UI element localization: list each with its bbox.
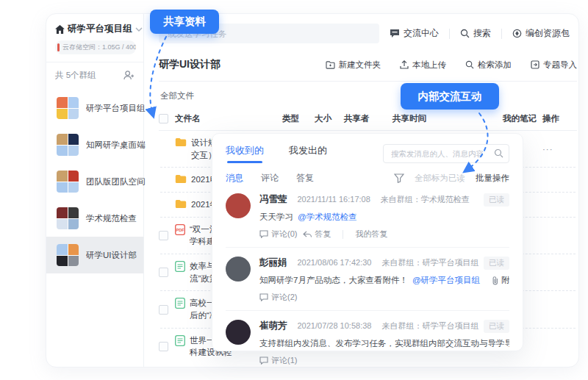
group-name: 研学UI设计部 <box>86 250 137 261</box>
group-avatar <box>57 207 79 229</box>
message-search-input[interactable] <box>383 144 509 163</box>
group-avatar <box>57 134 79 156</box>
folder-icon <box>175 199 187 209</box>
new-folder-button[interactable]: 新建文件夹 <box>326 60 381 71</box>
retrieve-add-button[interactable]: 检索添加 <box>465 60 512 71</box>
sidebar-group-academic-check[interactable]: 学术规范检查 <box>46 200 143 237</box>
group-name: 知网研学桌面端 <box>86 140 146 151</box>
avatar <box>226 257 251 282</box>
search-icon[interactable] <box>494 148 503 158</box>
folder-icon <box>175 137 187 147</box>
group-name: 研学平台项目组 <box>86 103 146 114</box>
group-list: 研学平台项目组 知网研学桌面端 团队版团队空间 <box>46 90 143 273</box>
storage-progress <box>57 43 60 51</box>
all-files-filter[interactable]: 全部文件 <box>160 90 577 101</box>
divider <box>159 81 577 82</box>
avatar <box>226 193 251 218</box>
topic-import-label: 专题导入 <box>543 60 577 71</box>
reply-button[interactable]: 答复 <box>303 229 331 240</box>
paperclip-icon <box>492 276 499 285</box>
search-add-icon <box>465 60 474 69</box>
row-checkbox[interactable] <box>159 231 168 240</box>
upload-icon <box>400 60 409 69</box>
message-item[interactable]: 崔萌芳 2021/07/28 10:58:38 来自群组：研学平台项目组 支持群… <box>226 311 509 373</box>
workspace-title: 研学平台项目组 <box>68 23 132 35</box>
comment-button[interactable]: 评论(1) <box>259 355 297 366</box>
message-source: 来自群组：研学平台项目组 <box>381 320 478 331</box>
sidebar-group-ui-design[interactable]: 研学UI设计部 <box>46 237 143 273</box>
message-item[interactable]: 彭丽娟 2021/08/06 17:42:30 来自群组：研学平台项目组 知网研… <box>226 248 509 311</box>
my-replies-button[interactable]: 我的答复 <box>355 229 387 240</box>
row-more-button[interactable]: ··· <box>542 145 569 154</box>
subtab-reply[interactable]: 答复 <box>296 172 314 184</box>
svg-text:PDF: PDF <box>176 228 184 232</box>
message-time: 2021/08/06 17:42:30 <box>298 258 372 267</box>
folder-icon <box>175 174 187 184</box>
row-checkbox[interactable] <box>159 342 168 351</box>
reply-icon <box>303 231 312 238</box>
tab-sent[interactable]: 我发出的 <box>289 144 327 163</box>
filter-icon[interactable] <box>394 173 404 183</box>
storage-quota: 云存储空间：1.05G / 400G <box>55 40 136 54</box>
message-center-panel: 我收到的 我发出的 消息 评论 答复 全部标为已读 批量操作 <box>212 133 523 351</box>
comment-icon <box>259 293 268 301</box>
add-member-icon[interactable] <box>123 71 135 80</box>
divider <box>343 230 343 239</box>
select-all-checkbox[interactable] <box>159 114 168 123</box>
tab-received[interactable]: 我收到的 <box>226 144 264 163</box>
read-status-badge: 已读 <box>484 320 509 333</box>
local-upload-label: 本地上传 <box>412 60 446 71</box>
attachment-link[interactable]: 附件 <box>492 275 509 286</box>
comment-button[interactable]: 评论(2) <box>259 292 297 303</box>
col-type: 类型 <box>282 113 310 124</box>
workspace-switcher[interactable]: 研学平台项目组 <box>46 23 143 35</box>
search-icon <box>460 29 470 38</box>
document-file-icon <box>175 335 185 346</box>
callout-shared-materials: 共享资料 <box>150 10 219 34</box>
mention-link[interactable]: @学术规范检查 <box>298 212 357 223</box>
chat-bubble-icon <box>390 29 400 38</box>
row-checkbox[interactable] <box>159 305 168 315</box>
file-toolbar: 新建文件夹 本地上传 检索添加 <box>326 60 578 71</box>
resource-pack-icon <box>512 29 522 38</box>
chevron-down-icon[interactable] <box>135 27 143 32</box>
group-avatar <box>57 171 79 193</box>
resource-pack-button[interactable]: 编创资源包 <box>502 27 579 40</box>
message-time: 2021/11/11 16:17:08 <box>298 195 370 204</box>
mention-link[interactable]: @研学平台项目组 <box>412 275 480 286</box>
topic-import-button[interactable]: 专题导入 <box>531 60 577 71</box>
sidebar-group-team-space[interactable]: 团队版团队空间 <box>46 163 143 200</box>
avatar <box>226 320 251 345</box>
message-item[interactable]: 冯雪莹 2021/11/11 16:17:08 来自群组：学术规范检查 天天学习… <box>226 184 509 248</box>
chat-center-button[interactable]: 交流中心 <box>379 27 449 40</box>
import-icon <box>531 60 539 69</box>
subtab-comment[interactable]: 评论 <box>261 172 279 184</box>
group-count-label: 共 5个群组 <box>55 70 96 81</box>
callout-internal-interaction: 内部交流互动 <box>401 83 499 110</box>
sender-name: 冯雪莹 <box>259 193 287 206</box>
sender-name: 彭丽娟 <box>259 257 287 269</box>
sidebar-group-yanxue-platform[interactable]: 研学平台项目组 <box>46 90 143 126</box>
row-checkbox[interactable] <box>159 268 168 277</box>
message-text: 天天学习 <box>259 212 293 223</box>
comment-icon <box>259 230 268 238</box>
message-source: 来自群组：学术规范检查 <box>381 194 470 205</box>
sidebar-group-desktop[interactable]: 知网研学桌面端 <box>46 126 143 163</box>
chat-center-label: 交流中心 <box>404 27 439 40</box>
col-sharer: 共享者 <box>344 113 388 124</box>
col-filename: 文件名 <box>175 113 278 124</box>
read-status-badge: 已读 <box>484 193 509 207</box>
document-file-icon <box>175 261 185 272</box>
comment-button[interactable]: 评论(0) <box>259 229 297 240</box>
subtab-message[interactable]: 消息 <box>226 172 243 184</box>
local-upload-button[interactable]: 本地上传 <box>400 60 446 71</box>
batch-operation-button[interactable]: 批量操作 <box>476 173 509 184</box>
col-note: 我的笔记 <box>503 113 538 124</box>
message-text: 知网研学7月产品动态，大家查看附件！ <box>259 275 408 286</box>
sidebar: 研学平台项目组 云存储空间：1.05G / 400G 共 5个群组 <box>46 14 144 367</box>
message-source: 来自群组：研学平台项目组 <box>381 257 478 268</box>
retrieve-add-label: 检索添加 <box>478 60 512 71</box>
search-button[interactable]: 搜索 <box>450 27 501 40</box>
mark-all-read-button[interactable]: 全部标为已读 <box>415 173 465 184</box>
search-label: 搜索 <box>473 27 491 40</box>
